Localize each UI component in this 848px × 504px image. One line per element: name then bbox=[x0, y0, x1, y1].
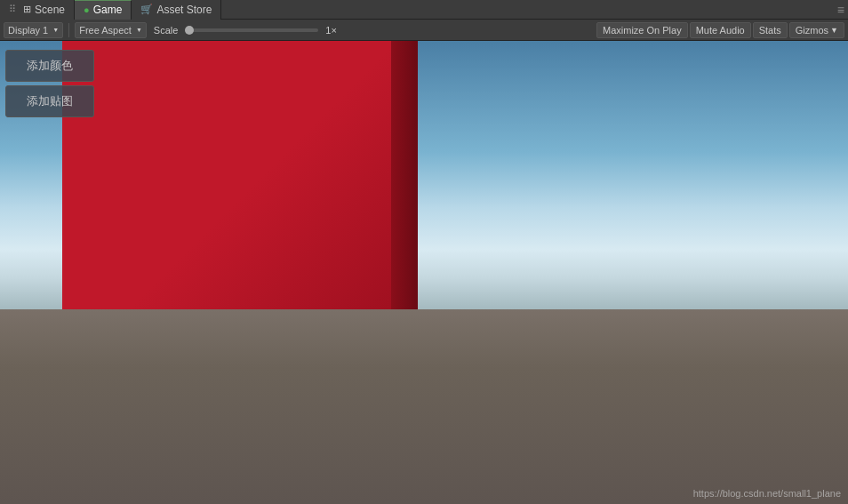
tab-asset-store[interactable]: 🛒 Asset Store bbox=[132, 0, 221, 20]
maximize-on-play-button[interactable]: Maximize On Play bbox=[596, 22, 688, 38]
game-icon: ● bbox=[84, 4, 90, 15]
toolbar-divider-1 bbox=[68, 23, 69, 37]
ui-buttons-panel: 添加颜色 添加贴图 bbox=[5, 50, 94, 117]
add-color-button[interactable]: 添加颜色 bbox=[5, 50, 94, 82]
scale-label: Scale bbox=[154, 25, 179, 36]
ground-plane bbox=[0, 309, 848, 504]
aspect-select[interactable]: Free Aspect bbox=[75, 22, 147, 38]
tab-asset-store-label: Asset Store bbox=[156, 4, 212, 16]
gizmos-button[interactable]: Gizmos ▼ bbox=[789, 22, 844, 38]
add-texture-button[interactable]: 添加贴图 bbox=[5, 85, 94, 117]
scale-value: 1× bbox=[325, 25, 337, 36]
scale-slider-thumb bbox=[185, 26, 194, 35]
tab-bar: ⠿ ⊞ Scene ● Game 🛒 Asset Store ≡ bbox=[0, 0, 848, 20]
scale-slider[interactable] bbox=[185, 28, 318, 32]
mute-audio-button[interactable]: Mute Audio bbox=[690, 22, 751, 38]
game-viewport: 添加颜色 添加贴图 https://blog.csdn.net/small1_p… bbox=[0, 41, 848, 504]
scene-icon: ⊞ bbox=[23, 4, 31, 15]
tab-scene[interactable]: ⠿ ⊞ Scene bbox=[0, 0, 75, 20]
tab-bar-menu-icon[interactable]: ≡ bbox=[837, 3, 848, 17]
display-label: Display 1 bbox=[8, 25, 48, 36]
gizmos-label: Gizmos bbox=[796, 25, 828, 36]
cube-right-face bbox=[391, 41, 418, 309]
watermark: https://blog.csdn.net/small1_plane bbox=[693, 488, 841, 499]
gizmos-arrow-icon: ▼ bbox=[830, 26, 838, 35]
tab-game-label: Game bbox=[93, 4, 123, 16]
red-cube bbox=[62, 41, 409, 309]
drag-handle-scene: ⠿ bbox=[9, 4, 16, 15]
asset-store-icon: 🛒 bbox=[140, 4, 153, 15]
cube-front-face bbox=[62, 41, 391, 309]
stats-button[interactable]: Stats bbox=[753, 22, 788, 38]
tab-bar-menu-label: ≡ bbox=[837, 3, 844, 17]
toolbar: Display 1 Free Aspect Scale 1× Maximize … bbox=[0, 20, 848, 41]
toolbar-right: Maximize On Play Mute Audio Stats Gizmos… bbox=[596, 22, 844, 38]
display-select[interactable]: Display 1 bbox=[4, 22, 63, 38]
tab-game[interactable]: ● Game bbox=[75, 0, 132, 20]
aspect-label: Free Aspect bbox=[79, 25, 132, 36]
tab-scene-label: Scene bbox=[35, 4, 65, 16]
